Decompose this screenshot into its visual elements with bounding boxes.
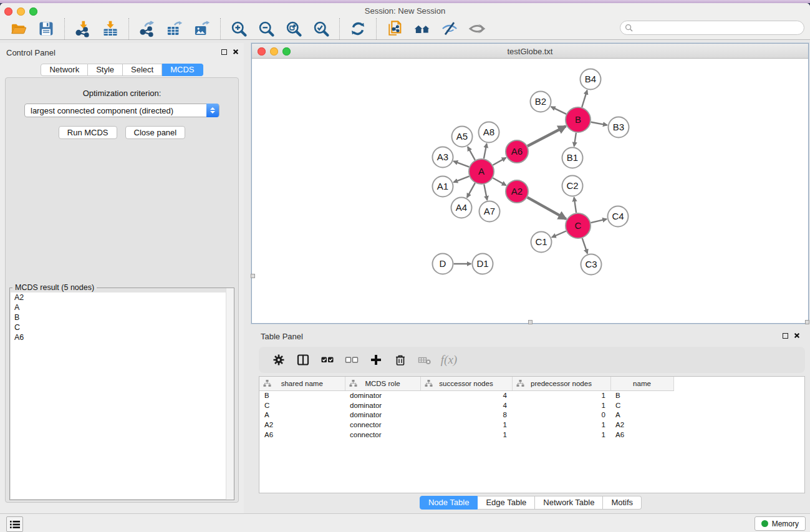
graph-node-D[interactable]: D (433, 254, 453, 274)
graph-node-A[interactable]: A (469, 159, 494, 184)
graph-node-A4[interactable]: A4 (451, 198, 472, 218)
graph-node-A3[interactable]: A3 (433, 147, 453, 168)
graph-node-A7[interactable]: A7 (480, 201, 500, 222)
graph-node-B4[interactable]: B4 (581, 69, 601, 90)
criterion-select[interactable]: largest connected component (directed) (24, 104, 219, 117)
graph-node-A1[interactable]: A1 (433, 177, 453, 197)
resize-handle-bottom[interactable] (528, 320, 533, 324)
network-window-titlebar[interactable]: testGlobe.txt (252, 44, 808, 59)
node-table[interactable]: shared name MCDS role successor nodes (259, 377, 674, 439)
open-session-button[interactable] (7, 19, 30, 39)
task-history-button[interactable] (6, 516, 23, 532)
graph-node-C2[interactable]: C2 (562, 176, 583, 196)
zoom-in-button[interactable] (228, 19, 250, 39)
graph-edge-A2-C[interactable] (528, 197, 566, 219)
import-network-button[interactable] (72, 19, 94, 39)
graph-edge-B-B2[interactable] (551, 107, 566, 114)
graph-edge-C-C2[interactable] (574, 197, 577, 213)
close-panel-icon[interactable] (233, 49, 239, 55)
graph-edge-C-C1[interactable] (552, 231, 566, 238)
column-header-name[interactable]: name (610, 377, 673, 390)
graph-node-C4[interactable]: C4 (608, 206, 629, 227)
refresh-button[interactable] (347, 19, 369, 39)
graph-edge-A-A6[interactable] (493, 158, 506, 165)
graph-edge-A-A2[interactable] (493, 178, 506, 185)
show-panels-button[interactable] (466, 19, 488, 39)
graph-node-A8[interactable]: A8 (479, 122, 499, 143)
export-image-button[interactable] (191, 19, 213, 39)
tab-network-table[interactable]: Network Table (535, 496, 603, 510)
column-header-shared-name[interactable]: shared name (259, 377, 345, 390)
network-canvas[interactable]: B4B2BB3A8A5A6A3B1AC2A1A2A4A7C4CC1DD1C3 (252, 59, 808, 323)
zoom-fit-button[interactable] (282, 19, 305, 39)
select-all-columns-button[interactable] (316, 349, 339, 371)
export-table-button[interactable] (163, 19, 186, 39)
tab-mcds[interactable]: MCDS (162, 64, 203, 76)
save-session-button[interactable] (35, 19, 57, 39)
mcds-result-item[interactable]: C (11, 322, 233, 332)
graph-edge-B-B3[interactable] (591, 122, 607, 125)
result-scrollbar[interactable] (226, 288, 234, 500)
table-row[interactable]: A2connector11A2 (259, 420, 673, 430)
graph-edge-A-A5[interactable] (468, 147, 475, 160)
column-header-predecessor-nodes[interactable]: predecessor nodes (512, 377, 610, 390)
mcds-result-item[interactable]: B (11, 312, 233, 322)
table-row[interactable]: Adominator80A (259, 410, 673, 420)
network-graph[interactable]: B4B2BB3A8A5A6A3B1AC2A1A2A4A7C4CC1DD1C3 (252, 59, 808, 323)
graph-edge-A6-B[interactable] (528, 126, 566, 146)
column-header-successor-nodes[interactable]: successor nodes (420, 377, 512, 390)
float-panel-icon[interactable] (221, 49, 227, 55)
zoom-selected-button[interactable] (310, 19, 332, 39)
graph-node-B2[interactable]: B2 (531, 92, 551, 112)
memory-button[interactable]: Memory (755, 516, 806, 531)
tab-select[interactable]: Select (123, 64, 162, 76)
mcds-result-item[interactable]: A6 (11, 332, 233, 342)
mcds-result-item[interactable]: A (11, 302, 233, 312)
graph-node-A6[interactable]: A6 (506, 140, 528, 163)
delete-column-button[interactable] (389, 349, 412, 371)
network-from-file-button[interactable] (383, 19, 406, 39)
run-mcds-button[interactable]: Run MCDS (59, 126, 117, 139)
mcds-result-item[interactable]: A2 (11, 293, 233, 302)
graph-edge-A-A7[interactable] (484, 185, 487, 200)
close-panel-button[interactable]: Close panel (125, 126, 186, 139)
close-table-panel-icon[interactable] (794, 332, 800, 339)
tab-style[interactable]: Style (88, 64, 123, 76)
graph-edge-A-A8[interactable] (484, 143, 487, 158)
split-view-button[interactable] (292, 349, 314, 371)
graph-edge-A-A1[interactable] (453, 177, 469, 183)
import-table-button[interactable] (99, 19, 122, 39)
table-settings-button[interactable] (268, 349, 290, 371)
tab-node-table[interactable]: Node Table (420, 496, 478, 510)
graph-edge-C-C4[interactable] (591, 219, 607, 223)
graph-node-A2[interactable]: A2 (506, 180, 528, 203)
graph-node-C1[interactable]: C1 (531, 232, 552, 253)
graph-node-B1[interactable]: B1 (562, 148, 583, 168)
home-button[interactable] (411, 19, 433, 39)
delete-table-button[interactable] (413, 349, 436, 371)
graph-node-B3[interactable]: B3 (609, 117, 629, 138)
graph-node-C3[interactable]: C3 (581, 254, 602, 275)
table-row[interactable]: Cdominator41C (259, 400, 673, 410)
graph-edge-C-C3[interactable] (582, 238, 587, 254)
deselect-all-columns-button[interactable] (340, 349, 363, 371)
table-row[interactable]: Bdominator41B (259, 390, 673, 400)
graph-node-A5[interactable]: A5 (452, 127, 473, 147)
function-builder-button[interactable]: f(x) (438, 349, 460, 371)
float-table-panel-icon[interactable] (783, 333, 788, 339)
tab-motifs[interactable]: Motifs (603, 496, 642, 510)
zoom-out-button[interactable] (255, 19, 277, 39)
hide-panels-button[interactable] (438, 19, 461, 39)
graph-edge-A-A3[interactable] (453, 161, 469, 167)
column-header-mcds-role[interactable]: MCDS role (345, 377, 420, 390)
graph-edge-B-B4[interactable] (582, 90, 587, 107)
graph-node-D1[interactable]: D1 (473, 254, 493, 274)
resize-handle-corner[interactable] (805, 320, 809, 324)
create-column-button[interactable] (365, 349, 387, 371)
mcds-result-list[interactable]: A2ABCA6 (11, 293, 233, 499)
tab-network[interactable]: Network (41, 64, 88, 76)
search-input[interactable] (636, 22, 804, 34)
resize-handle-left[interactable] (251, 274, 255, 278)
graph-edge-B-B1[interactable] (574, 133, 576, 147)
export-network-button[interactable] (136, 19, 158, 39)
